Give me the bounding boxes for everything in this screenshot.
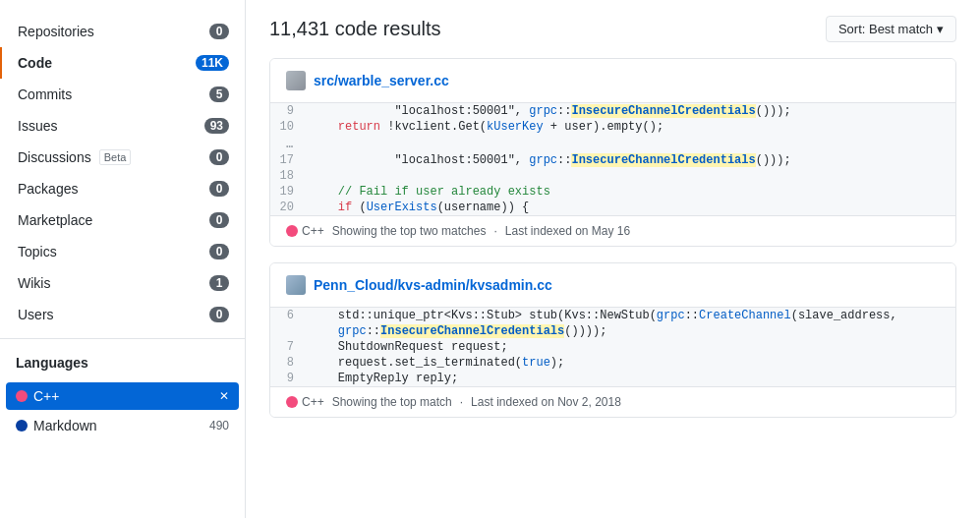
language-filter-cpp[interactable]: C++ ✕ (6, 382, 239, 410)
code-line: 6 std::unique_ptr<Kvs::Stub> stub(Kvs::N… (270, 308, 955, 323)
result-file-path[interactable]: Penn_Cloud/kvs-admin/kvsadmin.cc (314, 277, 552, 293)
sidebar-item-users[interactable]: Users 0 (0, 299, 245, 330)
result-item: Penn_Cloud/kvs-admin/kvsadmin.cc 6 std::… (269, 262, 956, 418)
sidebar-item-issues[interactable]: Issues 93 (0, 110, 245, 142)
code-line: 19 // Fail if user already exists (270, 184, 955, 200)
code-line: 7 ShutdownRequest request; (270, 339, 955, 355)
sidebar-item-repositories[interactable]: Repositories 0 (0, 16, 245, 47)
sort-button[interactable]: Sort: Best match ▾ (826, 16, 956, 42)
cpp-language-dot (286, 396, 298, 408)
cpp-language-dot (286, 225, 298, 237)
chevron-down-icon: ▾ (937, 22, 944, 36)
sidebar-item-marketplace[interactable]: Marketplace 0 (0, 204, 245, 236)
results-count: 11,431 code results (269, 18, 441, 40)
sidebar-item-topics[interactable]: Topics 0 (0, 236, 245, 267)
sidebar-item-packages[interactable]: Packages 0 (0, 173, 245, 204)
code-line: 9 "localhost:50001", grpc::InsecureChann… (270, 103, 955, 119)
sidebar-item-discussions[interactable]: Discussions Beta 0 (0, 142, 245, 173)
languages-title: Languages (16, 355, 229, 371)
code-ellipsis: … (270, 135, 955, 152)
code-line: 10 return !kvclient.Get(kUserKey + user)… (270, 119, 955, 135)
result-header: src/warble_server.cc (270, 59, 955, 103)
markdown-color-dot (16, 420, 28, 432)
result-file-path[interactable]: src/warble_server.cc (314, 73, 449, 88)
code-block: 6 std::unique_ptr<Kvs::Stub> stub(Kvs::N… (270, 308, 955, 386)
result-item: src/warble_server.cc 9 "localhost:50001"… (269, 58, 956, 247)
result-header: Penn_Cloud/kvs-admin/kvsadmin.cc (270, 263, 955, 308)
code-line: 9 EmptyReply reply; (270, 371, 955, 386)
code-line: 17 "localhost:50001", grpc::InsecureChan… (270, 152, 955, 168)
code-line: 18 (270, 168, 955, 184)
cpp-color-dot (16, 390, 28, 402)
avatar (286, 71, 306, 90)
avatar (286, 275, 306, 295)
code-line: grpc::InsecureChannelCredentials()))); (270, 323, 955, 339)
result-footer: C++ Showing the top match · Last indexed… (270, 386, 955, 417)
code-line: 20 if (UserExists(username)) { (270, 200, 955, 215)
remove-language-filter-icon[interactable]: ✕ (219, 389, 229, 403)
sidebar: Repositories 0 Code 11K Commits 5 Issues… (0, 0, 246, 518)
result-footer: C++ Showing the top two matches · Last i… (270, 215, 955, 246)
language-filter-markdown[interactable]: Markdown 490 (16, 414, 229, 437)
sidebar-item-code[interactable]: Code 11K (0, 47, 245, 79)
sidebar-item-wikis[interactable]: Wikis 1 (0, 267, 245, 299)
code-line: 8 request.set_is_terminated(true); (270, 355, 955, 371)
sidebar-item-commits[interactable]: Commits 5 (0, 79, 245, 110)
results-header: 11,431 code results Sort: Best match ▾ (269, 16, 956, 42)
main-content: 11,431 code results Sort: Best match ▾ s… (246, 0, 980, 518)
languages-section: Languages C++ ✕ Markdown 490 (0, 338, 245, 453)
code-block: 9 "localhost:50001", grpc::InsecureChann… (270, 103, 955, 215)
